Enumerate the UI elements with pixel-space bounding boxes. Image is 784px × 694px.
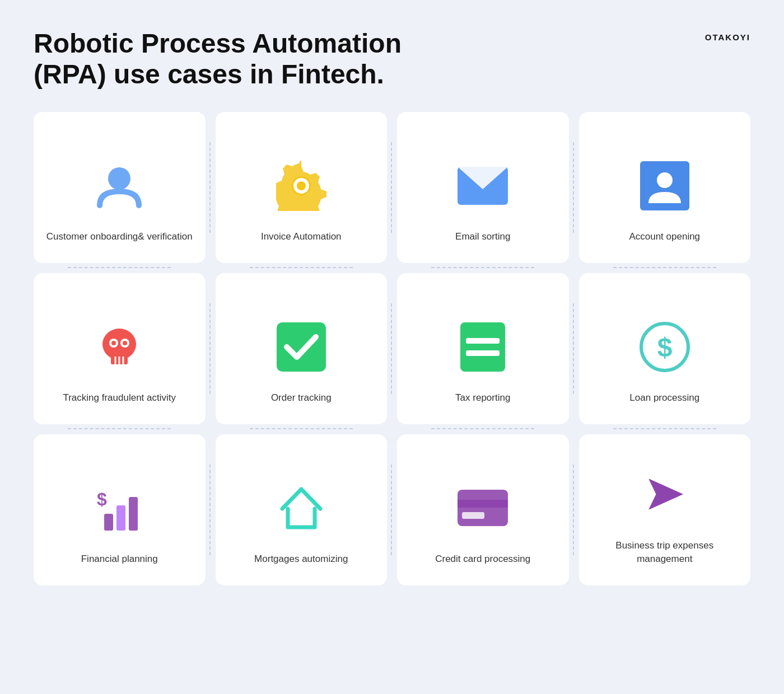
- card-loan-processing: $ Loan processing: [579, 273, 751, 424]
- account-icon: [634, 155, 696, 217]
- card-label-invoice-automation: Invoice Automation: [261, 230, 342, 243]
- svg-text:$: $: [657, 332, 672, 362]
- svg-point-7: [657, 172, 673, 188]
- svg-rect-26: [129, 497, 138, 531]
- svg-text:$: $: [97, 489, 107, 509]
- email-icon: [452, 155, 514, 217]
- card-mortgages-automizing: Mortgages automizing: [216, 434, 388, 585]
- brand-logo: OTAKOYI: [705, 32, 750, 42]
- card-label-financial-planning: Financial planning: [81, 552, 158, 566]
- page-header: Robotic Process Automation (RPA) use cas…: [34, 28, 750, 90]
- card-customer-onboarding: Customer onboarding& verification: [34, 112, 206, 263]
- card-order-tracking: Order tracking: [216, 273, 388, 424]
- svg-point-0: [108, 167, 130, 190]
- card-financial-planning: $ Financial planning: [34, 434, 206, 585]
- document-icon: [452, 316, 514, 378]
- chart-icon: $: [88, 477, 150, 539]
- card-label-loan-processing: Loan processing: [629, 391, 699, 405]
- page-title: Robotic Process Automation (RPA) use cas…: [34, 28, 426, 90]
- svg-marker-30: [649, 479, 683, 509]
- svg-point-8: [102, 329, 136, 360]
- card-credit-card-processing: Credit card processing: [397, 434, 569, 585]
- dollar-circle-icon: $: [634, 316, 696, 378]
- card-icon: [452, 477, 514, 539]
- card-label-email-sorting: Email sorting: [455, 230, 510, 243]
- user-icon: [88, 155, 150, 217]
- use-cases-grid: Customer onboarding& verification Invoic…: [34, 112, 750, 585]
- svg-rect-19: [466, 338, 500, 344]
- gear-icon: [270, 155, 332, 217]
- card-label-tax-reporting: Tax reporting: [455, 391, 510, 405]
- card-tracking-fraudulent: Tracking fraudulent activity: [34, 273, 206, 424]
- svg-rect-29: [462, 512, 484, 519]
- card-label-business-trip: Business trip expenses management: [590, 539, 740, 566]
- send-icon: [634, 464, 696, 526]
- svg-rect-24: [104, 514, 113, 531]
- house-icon: [270, 477, 332, 539]
- svg-rect-25: [116, 505, 125, 531]
- svg-point-2: [297, 181, 306, 190]
- svg-rect-27: [458, 490, 508, 526]
- card-business-trip: Business trip expenses management: [579, 434, 751, 585]
- svg-point-15: [111, 341, 116, 345]
- card-label-credit-card-processing: Credit card processing: [435, 552, 530, 566]
- card-label-order-tracking: Order tracking: [271, 391, 332, 405]
- card-invoice-automation: Invoice Automation: [216, 112, 388, 263]
- card-label-customer-onboarding: Customer onboarding& verification: [46, 230, 193, 243]
- svg-rect-18: [460, 322, 505, 372]
- card-label-tracking-fraudulent: Tracking fraudulent activity: [63, 391, 176, 405]
- svg-rect-28: [458, 500, 508, 508]
- card-label-account-opening: Account opening: [629, 230, 700, 243]
- skull-icon: [88, 316, 150, 378]
- card-tax-reporting: Tax reporting: [397, 273, 569, 424]
- checkmark-icon: [270, 316, 332, 378]
- card-account-opening: Account opening: [579, 112, 751, 263]
- card-label-mortgages-automizing: Mortgages automizing: [254, 552, 348, 566]
- svg-point-16: [123, 341, 127, 345]
- card-email-sorting: Email sorting: [397, 112, 569, 263]
- svg-rect-20: [466, 350, 500, 356]
